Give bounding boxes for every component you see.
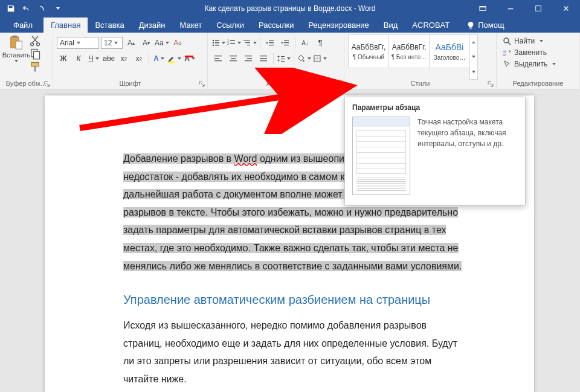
tell-me-search[interactable]: Помощ <box>460 18 510 33</box>
svg-rect-48 <box>281 59 285 59</box>
styles-scroll-down[interactable] <box>470 50 477 64</box>
svg-rect-14 <box>185 56 193 57</box>
svg-text:2: 2 <box>227 42 229 45</box>
multilevel-list-button[interactable] <box>243 37 257 49</box>
justify-button[interactable] <box>257 53 270 65</box>
highlight-icon <box>167 54 176 63</box>
svg-point-19 <box>213 45 214 47</box>
subscript-button[interactable]: x2 <box>117 53 130 65</box>
show-marks-button[interactable]: ¶ <box>314 37 327 49</box>
svg-rect-16 <box>215 40 219 41</box>
svg-rect-29 <box>269 42 274 43</box>
font-color-button[interactable]: A <box>183 53 196 65</box>
align-left-button[interactable] <box>211 53 225 65</box>
close-button[interactable] <box>552 0 580 17</box>
tab-layout[interactable]: Макет <box>172 18 209 33</box>
find-button[interactable]: Найти <box>500 36 558 46</box>
svg-text:ac: ac <box>503 53 506 57</box>
quick-access-toolbar <box>0 2 65 15</box>
justify-icon <box>259 54 268 63</box>
ribbon-tabs: Файл Главная Вставка Дизайн Макет Ссылки… <box>0 17 580 33</box>
svg-rect-26 <box>245 42 250 43</box>
tab-references[interactable]: Ссылки <box>209 18 251 33</box>
underline-button[interactable]: Ч <box>87 53 100 65</box>
styles-scroll-up[interactable] <box>470 35 477 50</box>
format-painter-button[interactable] <box>29 61 41 73</box>
bullets-button[interactable] <box>211 37 225 49</box>
copy-button[interactable] <box>29 48 41 60</box>
paste-button[interactable]: Вставить <box>4 34 29 62</box>
redo-button[interactable] <box>35 2 50 15</box>
tab-view[interactable]: Вид <box>376 18 405 33</box>
group-label-paragraph: Абзац <box>211 80 340 88</box>
increase-indent-button[interactable] <box>279 37 292 49</box>
style-heading1[interactable]: АаБбВі Заголово… <box>429 34 470 68</box>
qat-customize[interactable] <box>51 2 65 15</box>
clear-formatting-button[interactable]: Aо <box>171 37 184 49</box>
sort-button[interactable]: A↓ <box>298 37 312 49</box>
cut-icon <box>29 34 41 47</box>
replace-button[interactable]: abac Заменить <box>500 48 558 57</box>
minimize-icon <box>507 5 514 12</box>
paste-icon <box>8 34 24 50</box>
cut-button[interactable] <box>29 34 41 47</box>
ribbon-display-button[interactable] <box>469 0 497 17</box>
font-size-combo[interactable]: 12 <box>101 37 123 49</box>
svg-rect-2 <box>508 8 514 9</box>
strikethrough-button[interactable]: abc <box>102 53 115 65</box>
svg-point-17 <box>213 42 214 44</box>
tab-design[interactable]: Дизайн <box>132 18 173 33</box>
tooltip-title: Параметры абзаца <box>352 103 518 112</box>
tab-insert[interactable]: Вставка <box>88 18 131 33</box>
font-launcher[interactable] <box>199 80 206 88</box>
svg-rect-35 <box>214 58 219 59</box>
italic-button[interactable]: К <box>72 53 85 65</box>
select-icon <box>503 60 511 68</box>
shrink-font-button[interactable]: A▾ <box>140 37 153 49</box>
highlight-button[interactable] <box>167 53 181 65</box>
grow-font-button[interactable]: A▴ <box>124 37 138 49</box>
shading-button[interactable] <box>297 53 311 65</box>
doc-heading-2: Управление автоматическим разбиением на … <box>123 293 468 307</box>
tab-mailings[interactable]: Рассылки <box>251 18 301 33</box>
change-case-button[interactable]: Aa <box>155 37 169 49</box>
undo-button[interactable] <box>19 2 34 15</box>
paragraph-launcher[interactable] <box>335 80 343 88</box>
tab-home[interactable]: Главная <box>44 18 88 33</box>
align-right-button[interactable] <box>242 53 255 65</box>
svg-rect-34 <box>214 56 222 56</box>
styles-expand[interactable] <box>470 65 477 79</box>
select-button[interactable]: Выделить <box>500 59 558 69</box>
borders-button[interactable] <box>313 53 327 65</box>
clipboard-launcher[interactable] <box>44 80 51 88</box>
tab-file[interactable]: Файл <box>2 18 44 33</box>
bold-button[interactable]: Ж <box>57 53 70 65</box>
line-spacing-button[interactable] <box>277 53 291 65</box>
svg-rect-33 <box>284 45 289 45</box>
maximize-button[interactable] <box>524 0 552 17</box>
minimize-button[interactable] <box>497 0 524 17</box>
svg-rect-5 <box>13 36 17 38</box>
group-paragraph: 12 A↓ ¶ <box>208 33 344 89</box>
font-color-swatch-icon <box>185 56 193 64</box>
style-normal[interactable]: АаБбВвГг, ¶ Обычный <box>348 34 389 68</box>
font-name-combo[interactable]: Arial <box>57 37 99 49</box>
svg-rect-25 <box>243 40 250 40</box>
tab-review[interactable]: Рецензирование <box>301 18 376 33</box>
svg-rect-42 <box>245 60 252 61</box>
svg-rect-43 <box>260 56 267 56</box>
decrease-indent-button[interactable] <box>263 37 277 49</box>
save-button[interactable] <box>4 2 18 15</box>
svg-rect-40 <box>245 56 252 56</box>
launcher-icon <box>335 81 341 87</box>
style-no-spacing[interactable]: АаБбВвГг, ¶ Без инте… <box>388 34 430 68</box>
styles-launcher[interactable] <box>488 80 495 88</box>
superscript-button[interactable]: x2 <box>132 53 146 65</box>
tooltip-description: Точная настройка макета текущего абзаца,… <box>417 117 518 195</box>
text-effects-button[interactable]: A <box>152 53 166 65</box>
maximize-icon <box>535 5 542 12</box>
tab-acrobat[interactable]: ACROBAT <box>405 18 457 33</box>
align-center-button[interactable] <box>227 53 240 65</box>
numbering-button[interactable]: 12 <box>227 37 241 49</box>
tooltip-thumbnail <box>352 117 410 195</box>
